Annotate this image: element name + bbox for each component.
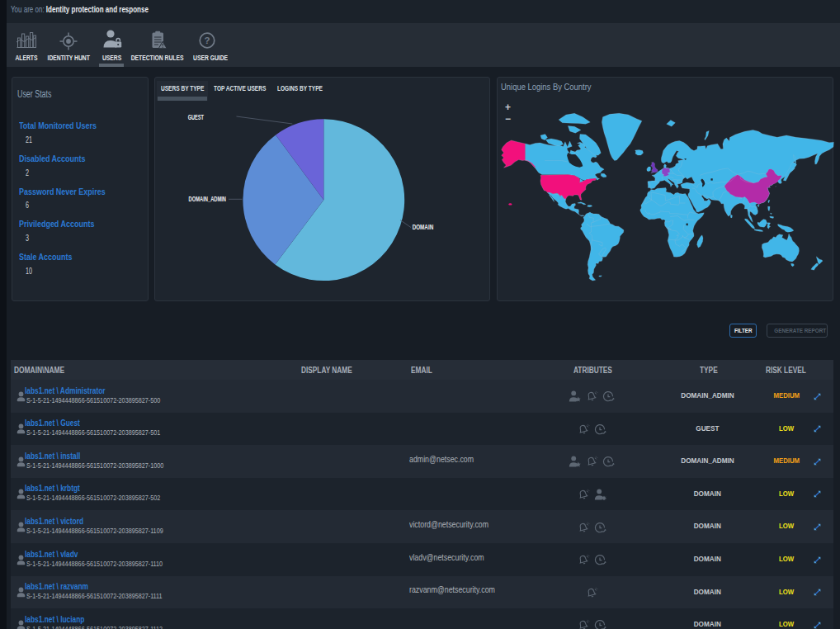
svg-text:DOMAIN_ADMIN: DOMAIN_ADMIN	[189, 195, 226, 204]
svg-text:DOMAIN: DOMAIN	[413, 223, 434, 231]
svg-text:GUEST: GUEST	[188, 113, 204, 122]
svg-text:?: ?	[205, 35, 210, 45]
